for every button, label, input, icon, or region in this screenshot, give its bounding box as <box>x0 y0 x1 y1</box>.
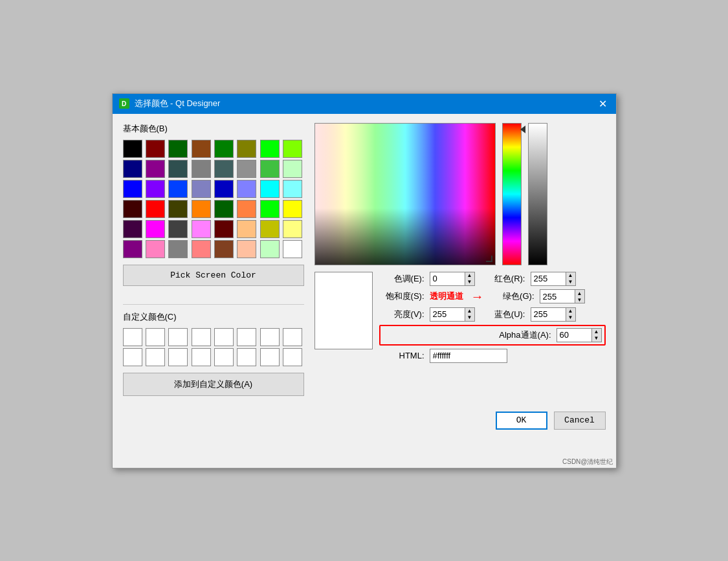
color-swatch[interactable] <box>123 140 142 158</box>
color-swatch[interactable] <box>168 160 188 178</box>
custom-swatch[interactable] <box>146 328 165 346</box>
pick-screen-color-button[interactable]: Pick Screen Color <box>123 265 304 286</box>
color-swatch[interactable] <box>123 200 142 218</box>
color-swatch[interactable] <box>283 220 302 238</box>
green-spinner[interactable]: ▲ ▼ <box>575 289 585 303</box>
green-spin-down[interactable]: ▼ <box>575 296 584 303</box>
hue-spin-up[interactable]: ▲ <box>465 272 474 279</box>
custom-swatch[interactable] <box>237 328 256 346</box>
add-custom-color-button[interactable]: 添加到自定义颜色(A) <box>123 373 304 396</box>
ok-button[interactable]: OK <box>496 412 547 430</box>
color-swatch[interactable] <box>283 200 302 218</box>
color-swatch[interactable] <box>168 200 188 218</box>
custom-swatch[interactable] <box>168 348 188 366</box>
custom-swatch[interactable] <box>192 328 211 346</box>
blue-spin-up[interactable]: ▲ <box>566 308 575 314</box>
green-spin-up[interactable]: ▲ <box>575 290 584 296</box>
hue-slider[interactable] <box>502 123 522 265</box>
color-swatch[interactable] <box>237 200 256 218</box>
blue-spinner[interactable]: ▲ ▼ <box>566 307 576 322</box>
custom-swatch[interactable] <box>214 328 234 346</box>
gradient-picker-container <box>314 123 496 265</box>
color-swatch[interactable] <box>168 240 188 258</box>
custom-swatch[interactable] <box>260 348 280 366</box>
color-swatch[interactable] <box>146 140 165 158</box>
alpha-spin-down[interactable]: ▼ <box>592 335 601 342</box>
hue-input[interactable] <box>430 272 465 286</box>
color-swatch[interactable] <box>168 180 188 198</box>
color-swatch[interactable] <box>237 160 256 178</box>
color-swatch[interactable] <box>192 220 211 238</box>
color-swatch[interactable] <box>260 140 280 158</box>
color-swatch[interactable] <box>260 220 280 238</box>
custom-swatch[interactable] <box>283 348 302 366</box>
color-swatch[interactable] <box>123 220 142 238</box>
brightness-spinner[interactable]: ▲ ▼ <box>465 307 475 322</box>
alpha-spin-up[interactable]: ▲ <box>592 329 601 335</box>
gray-slider[interactable] <box>528 123 547 265</box>
color-swatch[interactable] <box>283 160 302 178</box>
color-swatch[interactable] <box>214 180 234 198</box>
custom-swatch[interactable] <box>123 328 142 346</box>
alpha-spinner[interactable]: ▲ ▼ <box>592 328 602 342</box>
color-swatch[interactable] <box>260 160 280 178</box>
red-spin-down[interactable]: ▼ <box>566 279 575 285</box>
blue-spin-down[interactable]: ▼ <box>566 314 575 321</box>
red-input[interactable] <box>531 272 566 286</box>
custom-swatch[interactable] <box>214 348 234 366</box>
color-swatch[interactable] <box>283 180 302 198</box>
brightness-spin-up[interactable]: ▲ <box>465 308 474 314</box>
color-swatch[interactable] <box>192 240 211 258</box>
color-swatch[interactable] <box>168 140 188 158</box>
alpha-input[interactable] <box>557 328 592 342</box>
custom-swatch[interactable] <box>283 328 302 346</box>
color-swatch[interactable] <box>146 240 165 258</box>
hue-spinner[interactable]: ▲ ▼ <box>465 272 475 286</box>
gradient-picker[interactable] <box>314 123 496 265</box>
color-swatch[interactable] <box>123 160 142 178</box>
color-swatch[interactable] <box>214 160 234 178</box>
color-swatch[interactable] <box>237 140 256 158</box>
alpha-input-group: ▲ ▼ <box>557 328 602 342</box>
custom-swatch[interactable] <box>260 328 280 346</box>
color-swatch[interactable] <box>123 180 142 198</box>
color-swatch[interactable] <box>192 160 211 178</box>
color-swatch[interactable] <box>146 200 165 218</box>
color-swatch[interactable] <box>214 140 234 158</box>
color-swatch[interactable] <box>260 200 280 218</box>
custom-swatch[interactable] <box>146 348 165 366</box>
custom-swatch[interactable] <box>192 348 211 366</box>
color-swatch[interactable] <box>237 180 256 198</box>
color-swatch[interactable] <box>146 180 165 198</box>
green-input[interactable] <box>540 289 575 303</box>
color-swatch[interactable] <box>283 140 302 158</box>
cancel-button[interactable]: Cancel <box>554 412 606 430</box>
color-swatch[interactable] <box>237 240 256 258</box>
html-input[interactable] <box>430 349 507 363</box>
color-swatch[interactable] <box>214 200 234 218</box>
color-swatch[interactable] <box>168 220 188 238</box>
red-spin-up[interactable]: ▲ <box>566 272 575 279</box>
color-swatch[interactable] <box>192 200 211 218</box>
color-swatch[interactable] <box>192 140 211 158</box>
brightness-spin-down[interactable]: ▼ <box>465 314 474 321</box>
color-swatch[interactable] <box>146 160 165 178</box>
red-spinner[interactable]: ▲ ▼ <box>566 272 576 286</box>
custom-swatch[interactable] <box>168 328 188 346</box>
custom-swatch[interactable] <box>237 348 256 366</box>
color-swatch[interactable] <box>123 240 142 258</box>
blue-input[interactable] <box>531 307 566 322</box>
color-swatch[interactable] <box>283 240 302 258</box>
custom-swatch[interactable] <box>123 348 142 366</box>
color-swatch[interactable] <box>237 220 256 238</box>
brightness-input[interactable] <box>430 307 465 322</box>
color-swatch[interactable] <box>214 220 234 238</box>
color-swatch[interactable] <box>260 180 280 198</box>
color-swatch[interactable] <box>260 240 280 258</box>
close-button[interactable]: ✕ <box>596 98 610 110</box>
color-swatch[interactable] <box>192 180 211 198</box>
hue-spin-down[interactable]: ▼ <box>465 279 474 285</box>
red-label: 红色(R): <box>480 273 525 285</box>
color-swatch[interactable] <box>214 240 234 258</box>
color-swatch[interactable] <box>146 220 165 238</box>
